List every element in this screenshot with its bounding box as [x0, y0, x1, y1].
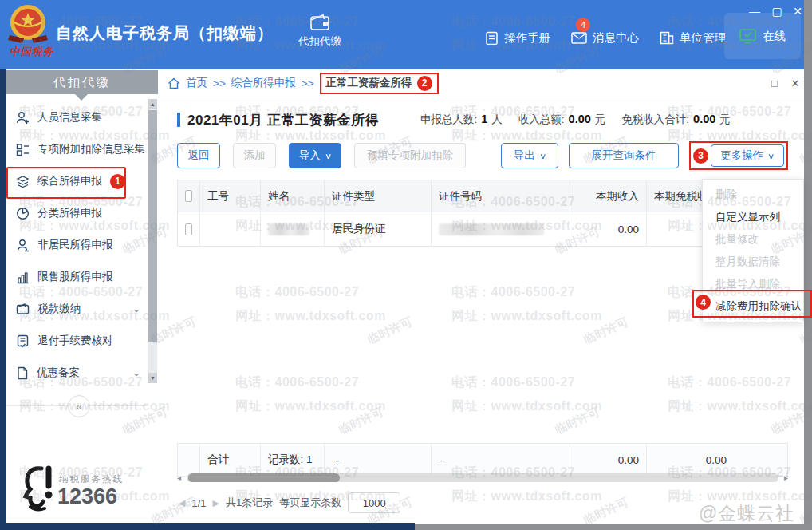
hotline-operator-icon — [19, 464, 56, 513]
sidebar-item-label: 综合所得申报 — [37, 174, 102, 188]
sidebar-item-preferential-filing[interactable]: 优惠备案 ⌄ — [6, 357, 148, 389]
module-tab-withholding[interactable]: 代扣代缴 — [292, 13, 348, 49]
sidebar-item-classified-income[interactable]: 分类所得申报 — [6, 197, 148, 229]
sum-dash: -- — [325, 444, 432, 476]
window-minimize-button[interactable]: — — [747, 5, 763, 18]
scrollbar-track[interactable] — [187, 473, 778, 482]
chevron-down-icon: ⌄ — [132, 303, 140, 314]
per-page-input[interactable] — [348, 492, 400, 513]
page-indicator: 1/1 — [191, 497, 206, 509]
sidebar-collapse-button[interactable]: « — [68, 395, 90, 417]
more-actions-button[interactable]: 更多操作 ∨ — [711, 144, 784, 167]
next-page-icon[interactable]: ▶ — [213, 498, 219, 508]
nav-org-management[interactable]: 单位管理 — [660, 30, 726, 45]
menu-item-customize-columns[interactable]: 自定义显示列 — [703, 206, 803, 228]
sidebar-title-notch — [75, 94, 88, 101]
annotation-box-step2: 正常工资薪金所得 2 — [320, 73, 439, 94]
org-icon — [660, 31, 674, 45]
menu-item-clear-month-data[interactable]: 整月数据清除 — [703, 251, 803, 273]
scroll-up-icon[interactable]: ▲ — [148, 99, 157, 109]
logo-caption: 中国税务 — [6, 45, 57, 59]
export-button[interactable]: 导出 ∨ — [501, 143, 558, 168]
annotation-box-step3: 3 更多操作 ∨ — [689, 141, 788, 170]
row-select[interactable] — [178, 212, 200, 246]
sum-dash: -- — [432, 444, 570, 476]
table-row[interactable]: 居民身份证 0.00 0.00 — [178, 212, 787, 246]
caret-down-icon: ∨ — [325, 152, 333, 160]
scroll-right-icon[interactable]: ▸ — [784, 473, 788, 482]
sidebar-item-label: 分类所得申报 — [37, 206, 102, 220]
nav-message-center[interactable]: 4 消息中心 — [571, 30, 639, 45]
sidebar-item-restricted-stock[interactable]: 限售股所得申报 — [6, 261, 148, 293]
message-count-badge: 4 — [576, 18, 590, 32]
toolbar-left-group: 返回 添加 导入 ∨ 预填专项附加扣除 — [177, 143, 466, 168]
window-maximize-button[interactable]: ▢ — [769, 5, 785, 18]
sidebar-item-label: 人员信息采集 — [37, 110, 102, 125]
table-header-row: 工号 姓名 证件类型 证件号码 本期收入 本期免税收入 — [178, 180, 787, 212]
prefill-special-deduction-button[interactable]: 预填专项附加扣除 — [354, 143, 466, 168]
sidebar-scrollbar[interactable]: ▲ ▼ — [148, 99, 157, 383]
sidebar-item-fee-refund-check[interactable]: 退付手续费核对 — [6, 325, 148, 357]
sidebar-scrollbar-thumb[interactable] — [148, 110, 157, 342]
breadcrumb-home-link[interactable]: 首页 — [186, 76, 207, 90]
checkbox[interactable] — [185, 190, 192, 202]
back-button[interactable]: 返回 — [177, 143, 220, 168]
app-header: 中国税务 自然人电子税务局（扣缴端） 代扣代缴 操作手册 4 — [0, 0, 804, 69]
sidebar-item-comprehensive-income[interactable]: 综合所得申报 1 — [6, 165, 148, 197]
scrollbar-thumb[interactable] — [188, 473, 340, 482]
stat-value: 0.00 — [693, 113, 715, 125]
credit-watermark: @金蝶云社区 — [699, 501, 812, 530]
sum-record-count: 记录数: 1 — [261, 444, 325, 476]
add-button[interactable]: 添加 — [233, 143, 276, 168]
module-tab-label: 代扣代缴 — [292, 34, 348, 49]
expand-query-button[interactable]: 展开查询条件 — [569, 143, 679, 168]
stat-taxfree-income: 免税收入合计: 0.00 元 — [621, 113, 731, 127]
window-close-button[interactable]: ✕ — [790, 5, 806, 18]
online-label: 在线 — [763, 29, 786, 44]
sidebar-item-nonresident-income[interactable]: 非居民所得申报 — [6, 229, 148, 261]
checkbox[interactable] — [185, 223, 192, 235]
scroll-left-icon[interactable]: ◂ — [177, 473, 181, 482]
header-select-all[interactable] — [178, 180, 200, 212]
nav-org-label: 单位管理 — [680, 30, 726, 45]
panel-maximize-button[interactable]: □ — [766, 69, 783, 97]
sidebar-menu: 人员信息采集 专项附加扣除信息采集 综合所得申报 1 — [6, 101, 148, 389]
export-label: 导出 — [514, 148, 535, 163]
menu-item-deduction-confirm[interactable]: 减除费用扣除确认 — [703, 295, 803, 318]
scroll-down-icon[interactable]: ▼ — [148, 373, 157, 383]
prev-page-icon[interactable]: ◀ — [179, 498, 185, 508]
person-add-icon — [16, 111, 30, 125]
cell-name-redacted — [261, 212, 325, 246]
window-bottom-border — [0, 523, 415, 530]
per-page-label: 每页显示条数 — [279, 496, 341, 510]
step-badge-1: 1 — [110, 174, 125, 189]
menu-item-batch-import-delete[interactable]: 批量导入删除 — [703, 273, 803, 295]
sidebar-item-special-deduction-info[interactable]: 专项附加扣除信息采集 — [6, 133, 148, 165]
caret-down-icon: ∨ — [539, 152, 547, 160]
col-header-cert-no: 证件号码 — [432, 180, 570, 212]
panel-close-button[interactable]: ✕ — [786, 69, 804, 97]
toolbar: 返回 添加 导入 ∨ 预填专项附加扣除 导出 ∨ 展开查询条件 3 更多操作 — [177, 141, 785, 172]
menu-item-delete[interactable]: 删除 — [703, 184, 803, 206]
breadcrumb-current: 正常工资薪金所得 — [326, 76, 412, 90]
nav-manual-label: 操作手册 — [504, 30, 550, 45]
breadcrumb-separator: >> — [302, 77, 314, 89]
table-summary-row: 合计 记录数: 1 -- -- 0.00 0.00 — [177, 443, 788, 477]
doc-check-icon — [16, 334, 30, 348]
cell-income: 0.00 — [570, 212, 647, 246]
toolbar-right-group: 导出 ∨ 展开查询条件 3 更多操作 ∨ — [501, 141, 788, 170]
redacted-name — [268, 223, 309, 235]
online-status[interactable]: 在线 — [724, 13, 801, 59]
breadcrumb-link-comprehensive[interactable]: 综合所得申报 — [231, 76, 296, 90]
collect-list-icon — [16, 143, 30, 156]
horizontal-scrollbar[interactable]: ◂ ▸ — [177, 473, 788, 484]
sidebar-item-personnel-info[interactable]: 人员信息采集 — [6, 101, 148, 133]
import-button[interactable]: 导入 ∨ — [289, 143, 341, 168]
hotline-number: 12366 — [57, 485, 117, 509]
col-header-cert-type: 证件类型 — [325, 180, 432, 212]
sidebar-item-tax-payment[interactable]: 税款缴纳 ⌄ — [6, 293, 148, 325]
nav-manual[interactable]: 操作手册 — [485, 30, 550, 45]
menu-item-batch-modify[interactable]: 批量修改 — [703, 228, 803, 251]
sidebar-item-label: 限售股所得申报 — [37, 270, 113, 284]
bar-chart-icon — [16, 271, 30, 284]
